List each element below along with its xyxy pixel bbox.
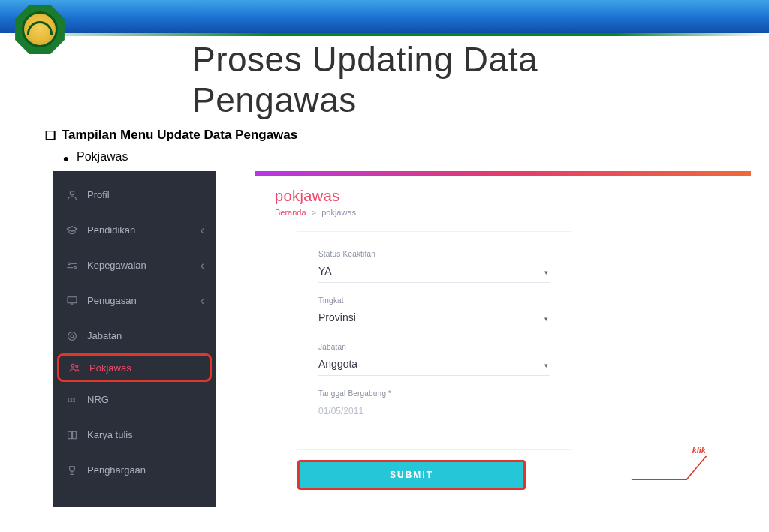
ministry-logo bbox=[14, 3, 66, 56]
sidebar-item-label: Kepegawaian bbox=[87, 260, 146, 271]
breadcrumb: Beranda > pokjawas bbox=[275, 208, 733, 217]
monitor-icon bbox=[66, 295, 78, 307]
field-value: YA bbox=[318, 265, 332, 277]
sidebar-item-kepegawaian[interactable]: Kepegawaian ‹ bbox=[53, 248, 216, 283]
annotation-arrow bbox=[640, 456, 694, 482]
book-icon bbox=[66, 429, 78, 441]
field-placeholder: 01/05/2011 bbox=[318, 406, 363, 416]
field-value: Anggota bbox=[318, 358, 357, 370]
svg-point-8 bbox=[68, 332, 77, 340]
svg-point-3 bbox=[74, 266, 77, 269]
chevron-left-icon: ‹ bbox=[201, 224, 204, 237]
sidebar-item-label: Pokjawas bbox=[89, 362, 131, 374]
trophy-icon bbox=[66, 464, 78, 476]
sidebar-item-label: Pendidikan bbox=[87, 224, 135, 236]
slide-title: Proses Updating Data Pengawas bbox=[192, 39, 577, 120]
number-icon: 123 bbox=[66, 394, 78, 406]
field-value: Provinsi bbox=[318, 311, 356, 323]
svg-point-0 bbox=[70, 191, 74, 194]
slide-underline bbox=[0, 33, 769, 36]
submit-label: SUBMIT bbox=[390, 470, 433, 480]
user-icon bbox=[66, 189, 78, 201]
sidebar-item-pokjawas[interactable]: Pokjawas bbox=[57, 353, 212, 382]
field-jabatan[interactable]: Jabatan Anggota bbox=[318, 343, 550, 376]
breadcrumb-home[interactable]: Beranda bbox=[275, 208, 306, 217]
sidebar-item-pendidikan[interactable]: Pendidikan ‹ bbox=[53, 212, 216, 248]
sidebar-item-label: Jabatan bbox=[87, 330, 122, 341]
users-icon bbox=[68, 362, 80, 374]
svg-text:123: 123 bbox=[67, 398, 75, 403]
main-panel: pokjawas Beranda > pokjawas Status Keakt… bbox=[255, 171, 751, 500]
sidebar-item-label: Penugasan bbox=[87, 295, 137, 306]
field-tingkat[interactable]: Tingkat Provinsi bbox=[318, 296, 550, 329]
sidebar-item-label: Penghargaan bbox=[87, 464, 146, 476]
annotation-klik: klik bbox=[692, 446, 706, 455]
sidebar-item-label: Karya tulis bbox=[87, 429, 133, 440]
svg-rect-5 bbox=[68, 296, 77, 302]
field-label: Tingkat bbox=[318, 296, 550, 305]
sidebar-item-penugasan[interactable]: Penugasan ‹ bbox=[53, 283, 216, 318]
settings-icon bbox=[66, 260, 78, 272]
sidebar-item-profil[interactable]: Profil bbox=[53, 177, 216, 212]
slide-top-band bbox=[0, 0, 769, 33]
field-label: Tanggal Bergabung * bbox=[318, 389, 550, 398]
bullet-heading: Tampilan Menu Update Data Pengawas bbox=[62, 128, 297, 143]
field-label: Jabatan bbox=[318, 343, 550, 351]
breadcrumb-sep: > bbox=[312, 208, 316, 217]
svg-point-9 bbox=[71, 335, 74, 338]
sidebar-item-karya-tulis[interactable]: Karya tulis bbox=[53, 417, 216, 452]
svg-point-10 bbox=[71, 364, 74, 367]
chevron-left-icon: ‹ bbox=[201, 259, 204, 272]
sidebar-item-label: NRG bbox=[87, 394, 109, 405]
page-title: pokjawas bbox=[275, 188, 733, 205]
sidebar-item-label: Profil bbox=[87, 189, 110, 200]
chevron-left-icon: ‹ bbox=[201, 294, 204, 308]
graduation-icon bbox=[66, 224, 78, 236]
sidebar-item-penghargaan[interactable]: Penghargaan bbox=[53, 452, 216, 488]
bullet-item: Pokjawas bbox=[77, 150, 128, 164]
field-status[interactable]: Status Keaktifan YA bbox=[318, 250, 550, 283]
target-icon bbox=[66, 330, 78, 342]
sidebar-item-jabatan[interactable]: Jabatan bbox=[53, 318, 216, 353]
sidebar: Profil Pendidikan ‹ Kepegawaian ‹ Penuga… bbox=[53, 171, 216, 507]
submit-button[interactable]: SUBMIT bbox=[297, 460, 526, 490]
form-card: Status Keaktifan YA Tingkat Provinsi Jab… bbox=[297, 232, 571, 449]
svg-point-1 bbox=[68, 263, 71, 265]
breadcrumb-current: pokjawas bbox=[321, 208, 356, 217]
field-label: Status Keaktifan bbox=[318, 250, 550, 258]
sidebar-item-nrg[interactable]: 123 NRG bbox=[53, 382, 216, 417]
field-tanggal[interactable]: Tanggal Bergabung * 01/05/2011 bbox=[318, 389, 550, 422]
svg-point-11 bbox=[76, 365, 78, 367]
